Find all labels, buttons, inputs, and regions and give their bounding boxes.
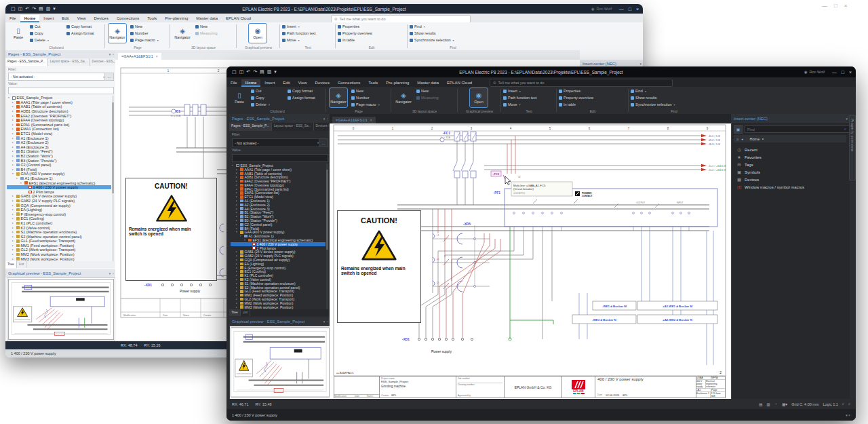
space-navigator-button[interactable]: ◈ Navigator bbox=[174, 24, 191, 43]
properties-button[interactable]: Properties bbox=[338, 24, 372, 29]
page-number-button[interactable]: Number bbox=[351, 95, 380, 100]
tree-item[interactable]: ▸ K2 (Valve control) bbox=[7, 225, 111, 230]
tab-devices[interactable]: Devices - ESS_Sample_... bbox=[314, 123, 330, 131]
title-bar[interactable]: ▢ ◫ ↶ ↷ ▤ ▥ ▾ EPLAN Electric P8 2023 - E… bbox=[226, 66, 856, 77]
insert-center-item[interactable]: Favorites bbox=[732, 153, 848, 161]
graphical-preview-header[interactable]: Graphical preview - ESS_Sample_Project ▾… bbox=[229, 317, 335, 326]
grid-icon[interactable]: ▦▾ bbox=[782, 402, 787, 406]
tree-item[interactable]: 1 400 / 230 V power supply bbox=[7, 185, 111, 190]
tab-pre-planning[interactable]: Pre-planning bbox=[161, 15, 192, 22]
tree-item[interactable]: ▸ EFA4 (Overview topology) bbox=[7, 118, 111, 123]
synchronize-selection-button[interactable]: Synchronize selection bbox=[631, 102, 675, 107]
filter-combo[interactable]: - Not activated -▾ bbox=[232, 138, 321, 147]
preview-open-button[interactable]: ◉ Open bbox=[470, 88, 488, 107]
tab-eplan-cloud[interactable]: EPLAN Cloud bbox=[222, 15, 255, 22]
quick-access-toolbar[interactable]: ▢ ◫ ↶ ↷ ▤ ▥ ▾ bbox=[11, 6, 56, 12]
tellme-search[interactable]: ⊙ Tell me what you want to do bbox=[490, 79, 673, 87]
graphical-preview-canvas[interactable] bbox=[229, 326, 331, 400]
tree-item[interactable]: ▸ K1 (PLC controller) bbox=[7, 221, 111, 226]
undo-icon[interactable]: ↶ bbox=[25, 6, 29, 12]
tree-item[interactable]: ▸ A1 (Enclosure 1) bbox=[7, 136, 111, 140]
panel-pin-icon[interactable]: ▫ bbox=[113, 271, 114, 275]
show-results-button[interactable]: Show results bbox=[631, 95, 675, 100]
filter-more-button[interactable]: … bbox=[104, 73, 114, 81]
tab-connections[interactable]: Connections bbox=[113, 15, 143, 22]
graphical-preview-header[interactable]: Graphical preview - ESS_Sample_Project ▾… bbox=[5, 269, 121, 277]
panel-pin-icon[interactable]: ▫ bbox=[327, 320, 328, 324]
page-prev-icon[interactable]: ▤ bbox=[759, 402, 762, 406]
tab-connections[interactable]: Connections bbox=[334, 79, 364, 87]
pages-panel-header[interactable]: Pages - ESS_Sample_Project ▾▫× bbox=[229, 114, 335, 123]
tree-item[interactable]: ▾ A1 (Enclosure 1) bbox=[7, 176, 111, 181]
tree-item[interactable]: ▸ EPA1 (Summarized parts list) bbox=[7, 123, 111, 128]
new-icon[interactable]: ▢ bbox=[11, 6, 16, 12]
tree-item[interactable]: ▸ B4 (Field) bbox=[7, 168, 111, 172]
path-function-text-button[interactable]: Path function text bbox=[503, 95, 537, 100]
page-macro-button[interactable]: Page macro bbox=[130, 37, 159, 43]
tree-item[interactable]: 2 Pilot lamps bbox=[7, 189, 111, 194]
redo-icon[interactable]: ↷ bbox=[253, 69, 257, 75]
breaker-fc1[interactable]: -FC1 In = 32A bbox=[440, 131, 476, 142]
paste-button[interactable]: ▯ Paste bbox=[231, 88, 248, 107]
maximize-icon[interactable]: □ bbox=[842, 70, 844, 75]
tree-item[interactable]: ▸ GAB1 (24 V device power supply) bbox=[7, 194, 111, 199]
close-icon[interactable]: × bbox=[636, 7, 639, 12]
settings-icon[interactable]: ▥ bbox=[46, 6, 51, 12]
assign-format-button[interactable]: Assign format bbox=[66, 31, 94, 36]
move-button[interactable]: Move bbox=[503, 102, 537, 107]
graphical-preview-canvas[interactable] bbox=[7, 277, 115, 341]
tab-devices[interactable]: Devices - ESS_Sample_... bbox=[90, 58, 115, 66]
cable-definitions[interactable]: -WE1 ⌀ Busbar M +A2-WE1 ⌀ Busbar M -WE3 … bbox=[572, 301, 717, 324]
tree-item[interactable]: ▸ ADB1 (Structure description) bbox=[7, 109, 111, 114]
panel-dropdown-icon[interactable]: ▾ bbox=[846, 117, 848, 121]
insert-center-item[interactable]: Symbols bbox=[732, 168, 848, 176]
maximize-icon[interactable]: □ bbox=[629, 7, 631, 12]
tree-scrollbar[interactable] bbox=[326, 163, 328, 309]
panel-dropdown-icon[interactable]: ▾ bbox=[323, 320, 326, 324]
open-icon[interactable]: ◫ bbox=[239, 69, 244, 75]
show-results-button[interactable]: Show results bbox=[410, 31, 454, 36]
tree-item[interactable]: ▸ EFA2 (Overview "PROFINET") bbox=[7, 113, 111, 118]
tab-insert[interactable]: Insert bbox=[39, 15, 58, 22]
tree-item[interactable]: ▸ S1 (Machine operation enclosure) bbox=[7, 230, 111, 235]
panel-dropdown-icon[interactable]: ▾ bbox=[640, 62, 642, 66]
tree-item[interactable]: ▸ A4 (Enclosure 3) bbox=[7, 145, 111, 150]
tree-item[interactable]: ▸ GL2 (Work workpiece: Transport) bbox=[7, 248, 111, 252]
insert-center-item[interactable]: Recent bbox=[732, 146, 848, 153]
new-icon[interactable]: ▢ bbox=[232, 69, 237, 75]
tab-insert[interactable]: Insert bbox=[260, 79, 279, 87]
minimize-icon[interactable]: — bbox=[619, 7, 624, 12]
text-insert-button[interactable]: Insert bbox=[503, 88, 537, 94]
main-switch[interactable] bbox=[453, 141, 476, 205]
redo-icon[interactable]: ↷ bbox=[32, 6, 36, 12]
path-function-text-button[interactable]: Path function text bbox=[282, 31, 316, 36]
filter-more-button[interactable]: … bbox=[319, 138, 328, 147]
space-navigator-button[interactable]: ◈ Navigator bbox=[395, 88, 412, 107]
tree-scrollbar[interactable] bbox=[112, 96, 114, 261]
minimize-icon[interactable]: — bbox=[832, 70, 837, 75]
tab-home[interactable]: Home bbox=[20, 15, 40, 22]
space-new-button[interactable]: New bbox=[195, 24, 218, 29]
close-icon[interactable]: × bbox=[849, 70, 852, 75]
close-icon[interactable]: × bbox=[156, 54, 158, 58]
cut-button[interactable]: Cut bbox=[251, 88, 270, 94]
title-bar[interactable]: ▢ ◫ ↶ ↷ ▤ ▥ ▾ EPLAN Electric P8 2023 - E… bbox=[5, 4, 643, 14]
tree-item[interactable]: ▸ B3 (Station "Provide") bbox=[7, 158, 111, 163]
property-overview-button[interactable]: Property overview bbox=[559, 95, 593, 100]
tree-item[interactable]: ▸ B2 (Station "Work") bbox=[7, 154, 111, 159]
insert-center-header[interactable]: Insert center (NEC) ▾× bbox=[731, 114, 854, 123]
panel-dropdown-icon[interactable]: ▾ bbox=[109, 271, 111, 275]
tab-edit[interactable]: Edit bbox=[58, 15, 73, 22]
property-overview-button[interactable]: Property overview bbox=[338, 31, 372, 36]
tree-item[interactable]: ▸ C2 (Control panel) bbox=[7, 163, 111, 168]
tab-devices[interactable]: Devices bbox=[90, 15, 113, 22]
caution-note[interactable]: CAUTION! Remains energized when main swi… bbox=[125, 178, 217, 281]
tab-view[interactable]: View bbox=[294, 79, 311, 87]
tree-item[interactable]: ▸ EC1 (Cooling) bbox=[7, 216, 111, 221]
tab-master-data[interactable]: Master data bbox=[192, 15, 222, 22]
page-bar-menu-icon[interactable]: ▾ × bbox=[846, 413, 850, 417]
tab-pages[interactable]: Pages - ESS_Sample_P... bbox=[5, 58, 48, 66]
tree-item[interactable]: ▾ ESS_Sample_Project bbox=[7, 96, 111, 100]
terminal-strip-xd1[interactable]: -XD1 Power supply bbox=[402, 338, 511, 353]
quick-access-toolbar[interactable]: ▢ ◫ ↶ ↷ ▤ ▥ ▾ bbox=[232, 69, 277, 75]
